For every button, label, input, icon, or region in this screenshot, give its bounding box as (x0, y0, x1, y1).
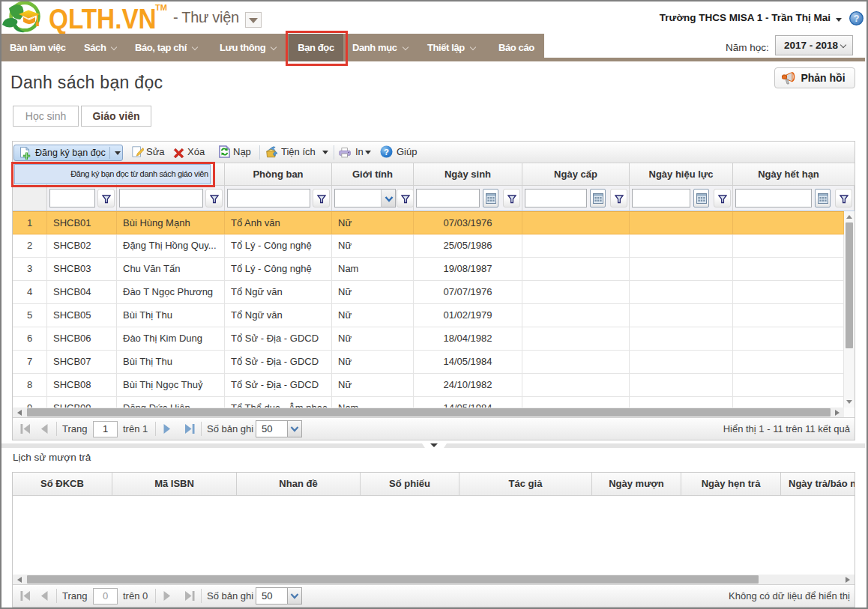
svg-text:?: ? (384, 148, 389, 157)
svg-text:?: ? (854, 13, 860, 24)
